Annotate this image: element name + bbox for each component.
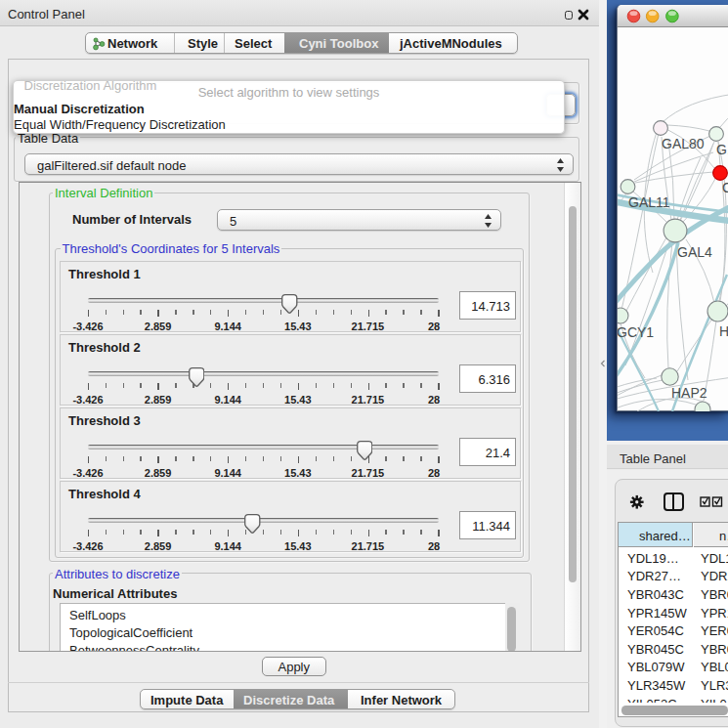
svg-text:G.: G. [716,142,728,157]
svg-text:HAP2: HAP2 [671,385,707,401]
svg-text:GAL11: GAL11 [628,194,670,210]
svg-text:GCY1: GCY1 [618,324,654,340]
svg-text:H: H [719,323,728,339]
svg-text:GAL80: GAL80 [662,136,705,151]
svg-text:GAL4: GAL4 [677,244,712,260]
svg-text:C: C [722,180,728,195]
